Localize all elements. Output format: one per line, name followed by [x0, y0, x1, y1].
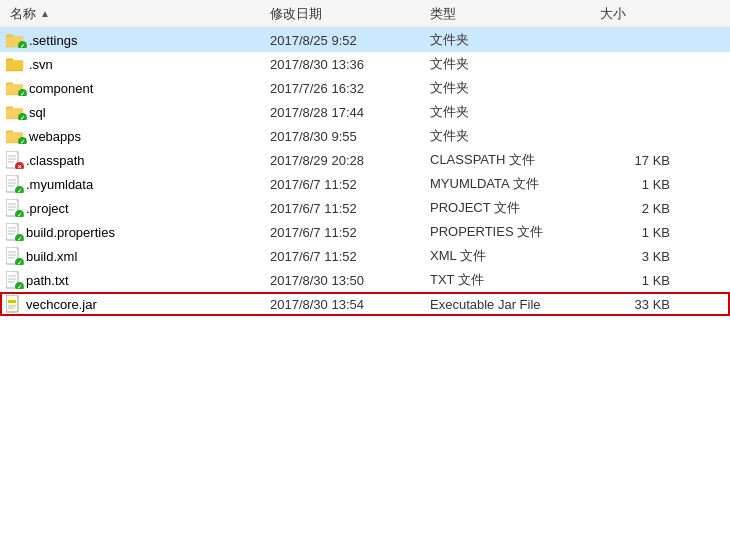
x-badge-icon: [15, 162, 24, 169]
table-row[interactable]: path.txt 2017/8/30 13:50 TXT 文件 1 KB: [0, 268, 730, 292]
file-date-cell: 2017/6/7 11:52: [270, 225, 430, 240]
table-row[interactable]: sql 2017/8/28 17:44 文件夹: [0, 100, 730, 124]
file-type-cell: XML 文件: [430, 247, 600, 265]
file-name-cell: build.properties: [0, 223, 270, 241]
file-name-text: component: [29, 81, 93, 96]
file-name-text: build.xml: [26, 249, 77, 264]
file-size-cell: 2 KB: [600, 201, 680, 216]
file-name-text: .settings: [29, 33, 77, 48]
file-size-cell: 17 KB: [600, 153, 680, 168]
jar-icon: [6, 295, 21, 313]
file-name-text: sql: [29, 105, 46, 120]
file-date-cell: 2017/8/30 9:55: [270, 129, 430, 144]
file-date-cell: 2017/6/7 11:52: [270, 201, 430, 216]
check-badge-icon: [15, 234, 24, 241]
col-date-label: 修改日期: [270, 6, 322, 21]
file-green-icon: [6, 175, 21, 193]
file-name-text: .classpath: [26, 153, 85, 168]
file-size-cell: 3 KB: [600, 249, 680, 264]
svg-rect-47: [8, 300, 16, 303]
file-date-cell: 2017/8/30 13:54: [270, 297, 430, 312]
file-type-cell: Executable Jar File: [430, 297, 600, 312]
file-type-cell: MYUMLDATA 文件: [430, 175, 600, 193]
sort-arrow-icon: ▲: [40, 8, 50, 19]
table-row[interactable]: vechcore.jar 2017/8/30 13:54 Executable …: [0, 292, 730, 316]
file-type-cell: 文件夹: [430, 79, 600, 97]
file-name-cell: component: [0, 80, 270, 96]
folder-green-icon: [6, 104, 24, 120]
file-type-cell: 文件夹: [430, 55, 600, 73]
file-name-text: .svn: [29, 57, 53, 72]
table-row[interactable]: .project 2017/6/7 11:52 PROJECT 文件 2 KB: [0, 196, 730, 220]
file-size-cell: 1 KB: [600, 225, 680, 240]
file-size-cell: 33 KB: [600, 297, 680, 312]
file-name-cell: .svn: [0, 56, 270, 72]
table-row[interactable]: .settings 2017/8/25 9:52 文件夹: [0, 28, 730, 52]
file-green-icon: [6, 247, 21, 265]
file-type-cell: 文件夹: [430, 31, 600, 49]
check-badge-icon: [18, 41, 27, 48]
table-row[interactable]: .myumldata 2017/6/7 11:52 MYUMLDATA 文件 1…: [0, 172, 730, 196]
col-type-label: 类型: [430, 6, 456, 21]
file-size-cell: 1 KB: [600, 177, 680, 192]
col-date-header[interactable]: 修改日期: [270, 5, 430, 23]
col-name-label: 名称: [10, 5, 36, 23]
table-row[interactable]: .svn 2017/8/30 13:36 文件夹: [0, 52, 730, 76]
table-row[interactable]: webapps 2017/8/30 9:55 文件夹: [0, 124, 730, 148]
check-badge-icon: [15, 186, 24, 193]
folder-green-icon: [6, 80, 24, 96]
file-name-cell: path.txt: [0, 271, 270, 289]
file-type-cell: CLASSPATH 文件: [430, 151, 600, 169]
file-name-cell: .classpath: [0, 151, 270, 169]
file-type-cell: 文件夹: [430, 127, 600, 145]
file-name-cell: vechcore.jar: [0, 295, 270, 313]
col-type-header[interactable]: 类型: [430, 5, 600, 23]
file-name-text: .project: [26, 201, 69, 216]
table-row[interactable]: component 2017/7/26 16:32 文件夹: [0, 76, 730, 100]
file-date-cell: 2017/8/25 9:52: [270, 33, 430, 48]
check-badge-icon: [18, 137, 27, 144]
file-date-cell: 2017/7/26 16:32: [270, 81, 430, 96]
file-name-cell: .project: [0, 199, 270, 217]
column-headers: 名称 ▲ 修改日期 类型 大小: [0, 0, 730, 28]
file-date-cell: 2017/6/7 11:52: [270, 249, 430, 264]
check-badge-icon: [18, 113, 27, 120]
file-size-cell: 1 KB: [600, 273, 680, 288]
file-name-cell: sql: [0, 104, 270, 120]
file-date-cell: 2017/6/7 11:52: [270, 177, 430, 192]
folder-green-icon: [6, 32, 24, 48]
folder-yellow-icon: [6, 56, 24, 72]
file-type-cell: PROJECT 文件: [430, 199, 600, 217]
file-type-cell: PROPERTIES 文件: [430, 223, 600, 241]
file-name-text: path.txt: [26, 273, 69, 288]
folder-green-icon: [6, 128, 24, 144]
table-row[interactable]: .classpath 2017/8/29 20:28 CLASSPATH 文件 …: [0, 148, 730, 172]
file-name-cell: webapps: [0, 128, 270, 144]
file-date-cell: 2017/8/30 13:36: [270, 57, 430, 72]
file-date-cell: 2017/8/29 20:28: [270, 153, 430, 168]
table-row[interactable]: build.xml 2017/6/7 11:52 XML 文件 3 KB: [0, 244, 730, 268]
file-green-icon: [6, 271, 21, 289]
check-badge-icon: [15, 282, 24, 289]
file-explorer: 名称 ▲ 修改日期 类型 大小 .settings 2017/8/25 9:52…: [0, 0, 730, 533]
col-size-label: 大小: [600, 6, 626, 21]
check-badge-icon: [15, 258, 24, 265]
svg-rect-5: [6, 60, 23, 70]
file-name-text: .myumldata: [26, 177, 93, 192]
col-size-header[interactable]: 大小: [600, 5, 680, 23]
file-type-cell: 文件夹: [430, 103, 600, 121]
file-type-cell: TXT 文件: [430, 271, 600, 289]
file-name-text: webapps: [29, 129, 81, 144]
file-date-cell: 2017/8/30 13:50: [270, 273, 430, 288]
file-name-text: build.properties: [26, 225, 115, 240]
check-badge-icon: [15, 210, 24, 217]
table-row[interactable]: build.properties 2017/6/7 11:52 PROPERTI…: [0, 220, 730, 244]
file-date-cell: 2017/8/28 17:44: [270, 105, 430, 120]
file-name-cell: .settings: [0, 32, 270, 48]
file-list: .settings 2017/8/25 9:52 文件夹 .svn 2017/8…: [0, 28, 730, 533]
col-name-header[interactable]: 名称 ▲: [0, 5, 270, 23]
file-name-text: vechcore.jar: [26, 297, 97, 312]
svg-rect-45: [6, 295, 18, 312]
file-green-icon: [6, 223, 21, 241]
file-red-icon: [6, 151, 21, 169]
